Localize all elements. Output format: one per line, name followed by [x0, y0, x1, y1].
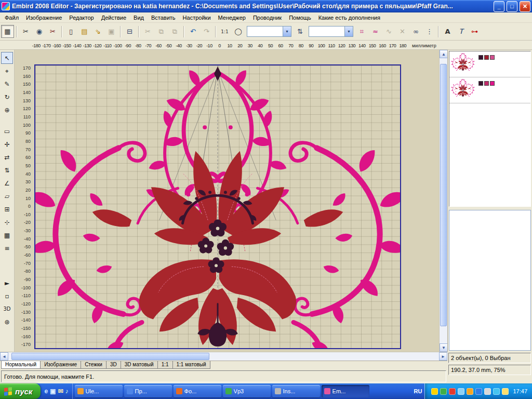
vertical-scroll-thumb[interactable]: [440, 64, 447, 326]
scroll-right-button[interactable]: ►: [439, 352, 447, 361]
object-row[interactable]: [449, 77, 530, 103]
tray-icon[interactable]: [449, 388, 456, 395]
menu-item[interactable]: Менеджер: [215, 13, 249, 22]
canvas-viewport[interactable]: 1701601501401301201101009080706050403020…: [15, 50, 439, 352]
taskbar-window-button[interactable]: Ule...: [75, 385, 123, 397]
chevron-down-icon[interactable]: ▼: [344, 26, 353, 36]
move-tool[interactable]: ✢: [1, 138, 13, 150]
language-indicator[interactable]: RU: [411, 383, 424, 399]
freehand-tool[interactable]: ✎: [1, 78, 13, 90]
menu-item[interactable]: Проводник: [249, 13, 285, 22]
open-file-button[interactable]: ▤: [78, 25, 91, 38]
import-button[interactable]: ⇘: [91, 25, 104, 38]
zoom-tool[interactable]: ⊕: [1, 104, 13, 116]
center-tool[interactable]: ⊹: [1, 216, 13, 228]
scroll-down-button[interactable]: ▼: [440, 343, 448, 352]
new-file-button[interactable]: ▯: [64, 25, 77, 38]
view-tab[interactable]: Изображение: [40, 361, 81, 369]
machine-select[interactable]: ▼: [309, 26, 353, 37]
text-button[interactable]: A: [441, 25, 454, 38]
horizontal-scrollbar[interactable]: ◄ ►: [0, 352, 447, 361]
objects-list[interactable]: [449, 51, 531, 207]
quick-launch-icon[interactable]: ▣: [50, 388, 56, 395]
color-chip[interactable]: [484, 55, 489, 60]
horizontal-scroll-track[interactable]: [8, 352, 439, 361]
color-chip[interactable]: [484, 81, 489, 86]
embroidery-design[interactable]: [35, 65, 400, 348]
scroll-left-button[interactable]: ◄: [0, 352, 8, 361]
object-thumbnail[interactable]: [451, 53, 474, 71]
pan-tool[interactable]: ⊛: [1, 316, 13, 328]
stitch-link-button[interactable]: ∞: [409, 25, 422, 38]
order-tool[interactable]: ≡: [1, 242, 13, 254]
small-select-tool[interactable]: ▫: [1, 290, 13, 302]
quick-launch-icon[interactable]: ✉: [58, 388, 63, 395]
stitch-dots-button[interactable]: ⋮: [423, 25, 436, 38]
print-button[interactable]: ⊟: [123, 25, 136, 38]
view-tab[interactable]: 1:1 матовый: [172, 361, 210, 369]
taskbar-window-button[interactable]: Vp3: [223, 385, 271, 397]
resize-tool[interactable]: ⊞: [1, 203, 13, 215]
tray-icon[interactable]: [502, 388, 509, 395]
taskbar-window-button[interactable]: Фо...: [174, 385, 221, 397]
select-tool[interactable]: ↖: [1, 52, 13, 64]
minimize-button[interactable]: _: [494, 1, 504, 12]
undo-button[interactable]: ↶: [187, 25, 200, 38]
menu-item[interactable]: Вставить: [148, 13, 179, 22]
menu-item[interactable]: Файл: [1, 13, 22, 22]
zoom-1-1-button[interactable]: 1:1: [218, 25, 231, 38]
view-tab[interactable]: Нормальный: [1, 361, 41, 369]
tray-icon[interactable]: [475, 388, 482, 395]
maximize-button[interactable]: □: [507, 1, 517, 12]
menu-item[interactable]: Действие: [98, 13, 130, 22]
frame-tool[interactable]: ▭: [1, 125, 13, 137]
hoop-select[interactable]: ▼: [247, 26, 291, 37]
object-menu-tool[interactable]: ►: [1, 277, 13, 289]
object-row[interactable]: [449, 51, 530, 77]
rotate-angle-tool[interactable]: ∠: [1, 177, 13, 189]
menu-item[interactable]: Помощь: [285, 13, 315, 22]
tray-icon[interactable]: [467, 388, 473, 395]
tray-icon[interactable]: [493, 388, 500, 395]
view-tab[interactable]: 3D матовый: [121, 361, 158, 369]
grid-button[interactable]: ▦: [1, 25, 14, 38]
stitch-density-button[interactable]: ⌗: [355, 25, 368, 38]
color-chip[interactable]: [490, 81, 495, 86]
horizontal-scroll-thumb[interactable]: [11, 353, 209, 360]
tray-icon[interactable]: [431, 388, 438, 395]
snapshot-button[interactable]: ◉: [33, 25, 46, 38]
tray-icon[interactable]: [484, 388, 491, 395]
quick-launch-icon[interactable]: e: [44, 388, 48, 395]
view-tab[interactable]: Стежки: [81, 361, 107, 369]
tray-icon[interactable]: [458, 388, 464, 395]
color-chip[interactable]: [478, 55, 483, 60]
start-button[interactable]: пуск: [0, 383, 41, 399]
monogram-button[interactable]: T: [455, 25, 468, 38]
scroll-up-button[interactable]: ▲: [440, 50, 448, 58]
grid-settings-tool[interactable]: ▦: [1, 229, 13, 241]
quick-launch-icon[interactable]: ♪: [65, 388, 69, 395]
vertical-scrollbar[interactable]: ▲ ▼: [439, 50, 447, 352]
split-delete-button[interactable]: ✂: [46, 25, 59, 38]
split-scissors-button[interactable]: ✂: [19, 25, 32, 38]
menu-item[interactable]: Вид: [130, 13, 148, 22]
view-tab[interactable]: 1:1: [157, 361, 173, 369]
hoop-button[interactable]: ◯: [232, 25, 245, 38]
swap-button[interactable]: ⇅: [294, 25, 307, 38]
rotate-tool[interactable]: ↻: [1, 91, 13, 103]
menu-item[interactable]: Изображение: [22, 13, 65, 22]
color-chip[interactable]: [490, 55, 495, 60]
chevron-down-icon[interactable]: ▼: [283, 26, 291, 36]
color-chip[interactable]: [478, 81, 483, 86]
menu-item[interactable]: Редактор: [65, 13, 97, 22]
registration-key-button[interactable]: ⊶: [468, 25, 481, 38]
mirror-vertical-tool[interactable]: ⇅: [1, 164, 13, 176]
vertical-scroll-track[interactable]: [440, 58, 447, 343]
skew-tool[interactable]: ▱: [1, 190, 13, 202]
design-boundary[interactable]: [34, 64, 401, 349]
lasso-select-tool[interactable]: ⌖: [1, 65, 13, 77]
mirror-horizontal-tool[interactable]: ⇄: [1, 151, 13, 163]
view-tab[interactable]: 3D: [106, 361, 121, 369]
taskbar-window-button[interactable]: Em...: [322, 385, 369, 397]
taskbar-window-button[interactable]: Ins...: [272, 385, 320, 397]
